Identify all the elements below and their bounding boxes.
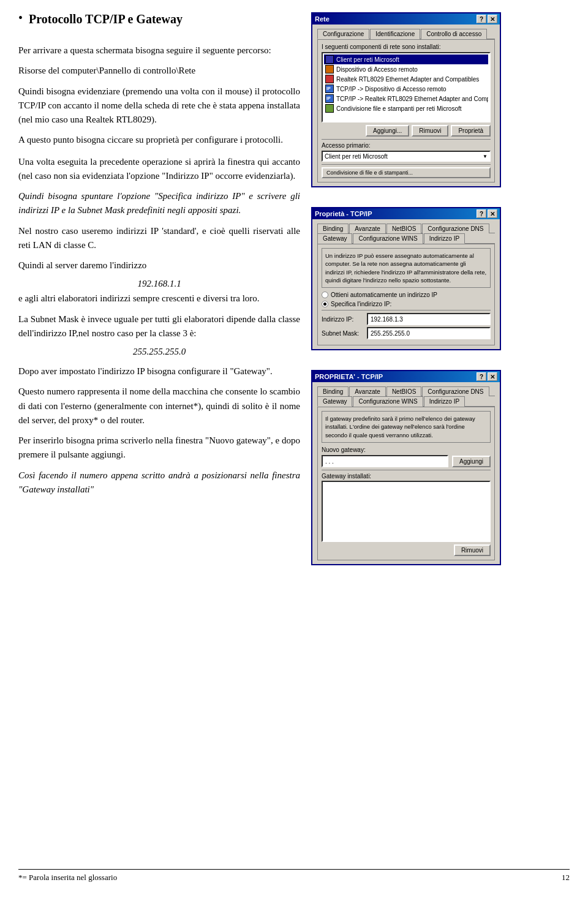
rete-close-button[interactable]: ✕ — [488, 15, 497, 23]
tab-binding[interactable]: Binding — [317, 224, 349, 233]
para3-text: Quindi bisogna spuntare l'opzione "Speci… — [18, 189, 300, 218]
realtek-icon — [325, 75, 334, 83]
tab-conf-dns[interactable]: Configurazione DNS — [422, 224, 489, 233]
para4-text: Nel nostro caso useremo indirizzi IP 'st… — [18, 224, 300, 253]
accesso-dropdown[interactable]: Client per reti Microsoft ▼ — [322, 151, 491, 162]
prop-tab-gateway[interactable]: Gateway — [317, 396, 352, 407]
list-label: I seguenti componenti di rete sono insta… — [322, 43, 491, 50]
tab-identificazione[interactable]: Identificazione — [370, 29, 420, 39]
accesso-value: Client per reti Microsoft — [325, 153, 388, 160]
tcpip-dialog: Proprietà - TCP/IP ? ✕ Binding Avanzate … — [311, 207, 501, 350]
prop-tab-netbios[interactable]: NetBIOS — [386, 386, 421, 396]
ip-textbox[interactable]: 192.168.1.3 — [367, 313, 491, 325]
condivisione-button[interactable]: Condivisione di file e di stampanti... — [322, 167, 491, 178]
list-item-2[interactable]: Realtek RTL8029 Ethernet Adapter and Com… — [324, 74, 488, 84]
subnet-value: 255.255.255.0 — [18, 347, 300, 357]
para7-text: La Subnet Mask è invece uguale per tutti… — [18, 312, 300, 341]
rete-tabs: Configurazione Identificazione Controllo… — [317, 28, 495, 39]
prop-description: Il gateway predefinito sarà il primo nel… — [322, 411, 491, 443]
para11-text: Così facendo il numero appena scritto an… — [18, 469, 300, 497]
prop-tab-binding[interactable]: Binding — [317, 386, 349, 396]
page-title: Protocollo TCP/IP e Gateway — [29, 12, 183, 26]
aggiungi-gw-button[interactable]: Aggiungi — [452, 456, 491, 467]
tab-avanzate[interactable]: Avanzate — [349, 224, 386, 233]
nuovo-gateway-value: . . . — [325, 458, 334, 465]
rete-dialog: Rete ? ✕ Configurazione Identificazione … — [311, 12, 501, 187]
prop-tab-conf-wins[interactable]: Configurazione WINS — [353, 396, 423, 407]
tcpip-body: Binding Avanzate NetBIOS Configurazione … — [312, 219, 500, 349]
main-content: • Protocollo TCP/IP e Gateway Per arriva… — [18, 12, 570, 857]
tab-gateway[interactable]: Gateway — [317, 233, 352, 244]
list-item-1[interactable]: Dispositivo di Accesso remoto — [324, 64, 488, 74]
rete-help-button[interactable]: ? — [477, 15, 486, 23]
tcpip-titlebar-buttons: ? ✕ — [477, 209, 497, 218]
radio-auto-label: Ottieni automaticamente un indirizzo IP — [331, 292, 437, 298]
prop-sep — [322, 470, 491, 470]
tcpip-titlebar: Proprietà - TCP/IP ? ✕ — [312, 208, 500, 219]
tcpip-tabs-row2: Gateway Configurazione WINS Indirizzo IP — [317, 233, 495, 244]
tab-configurazione[interactable]: Configurazione — [317, 29, 369, 39]
prop-tab-avanzate[interactable]: Avanzate — [349, 386, 386, 396]
list-item-5[interactable]: Condivisione file e stampanti per reti M… — [324, 103, 488, 113]
proprieta-titlebar: PROPRIETA' - TCP/IP ? ✕ — [312, 371, 500, 382]
gateway-installati-listbox[interactable] — [322, 481, 491, 542]
heading-bullet: • Protocollo TCP/IP e Gateway — [18, 12, 300, 35]
nuovo-gateway-textbox[interactable]: . . . — [322, 455, 448, 467]
prop-tab-conf-dns[interactable]: Configurazione DNS — [422, 386, 489, 396]
para2-text: Una volta eseguita la precedente operazi… — [18, 155, 300, 184]
step1-text: Quindi bisogna evidenziare (premendo una… — [18, 85, 300, 127]
list-item-0[interactable]: Client per reti Microsoft — [324, 55, 488, 64]
aggiungi-button[interactable]: Aggiungi... — [366, 125, 409, 137]
separator1 — [322, 139, 491, 140]
tcpip2-icon: IP — [325, 94, 334, 103]
rete-titlebar: Rete ? ✕ — [312, 13, 500, 24]
prop-close-button[interactable]: ✕ — [488, 372, 497, 381]
prop-tab-indirizzo-ip[interactable]: Indirizzo IP — [424, 396, 465, 407]
para5-text: Quindi al server daremo l'indirizzo — [18, 258, 300, 273]
proprieta-panel: Il gateway predefinito sarà il primo nel… — [317, 407, 495, 560]
tab-indirizzo-ip[interactable]: Indirizzo IP — [424, 233, 465, 244]
proprieta-titlebar-buttons: ? ✕ — [477, 372, 497, 381]
para10-text: Per inserirlo bisogna prima scriverlo ne… — [18, 434, 300, 462]
tab-conf-wins[interactable]: Configurazione WINS — [353, 233, 423, 244]
rimuovi-button[interactable]: Rimuovi — [412, 125, 448, 137]
proprieta-dialog: PROPRIETA' - TCP/IP ? ✕ Binding Avanzate… — [311, 370, 501, 565]
list-item-3[interactable]: IP TCP/IP -> Dispositivo di Accesso remo… — [324, 84, 488, 94]
step2-text: A questo punto bisogna ciccare su propri… — [18, 133, 300, 147]
prop-tabs-row2: Gateway Configurazione WINS Indirizzo IP — [317, 396, 495, 407]
tab-controllo[interactable]: Controllo di accesso — [421, 29, 487, 39]
ip-field-row: Indirizzo IP: 192.168.1.3 — [322, 313, 491, 325]
rete-btn-row: Aggiungi... Rimuovi Proprietà — [322, 125, 491, 137]
right-column: Rete ? ✕ Configurazione Identificazione … — [311, 12, 570, 857]
subnet-textbox[interactable]: 255.255.255.0 — [367, 327, 491, 339]
radio-specifica-row: Specifica l'indirizzo IP: — [322, 301, 491, 307]
nuovo-gateway-input-row: . . . Aggiungi — [322, 455, 491, 467]
tab-netbios[interactable]: NetBIOS — [386, 224, 421, 233]
bullet-dot: • — [18, 11, 23, 25]
ip-value: 192.168.1.3 — [371, 316, 403, 323]
proprieta-title: PROPRIETA' - TCP/IP — [315, 373, 383, 380]
tcpip-description: Un indirizzo IP può essere assegnato aut… — [322, 248, 491, 288]
proprieta-button[interactable]: Proprietà — [451, 125, 491, 137]
accesso-label: Accesso primario: — [322, 142, 491, 149]
list-item-4[interactable]: IP TCP/IP -> Realtek RTL8029 Ethernet Ad… — [324, 94, 488, 103]
para9-text: Questo numero rappresenta il nome della … — [18, 385, 300, 427]
nuovo-gateway-row: Nuovo gateway: — [322, 446, 491, 453]
subnet-label: Subnet Mask: — [322, 330, 364, 337]
component-listbox[interactable]: Client per reti Microsoft Dispositivo di… — [322, 52, 491, 122]
intro-text: Per arrivare a questa schermata bisogna … — [18, 43, 300, 58]
dropdown-arrow-icon: ▼ — [483, 154, 488, 159]
prop-help-button[interactable]: ? — [477, 372, 486, 381]
tcpip1-icon: IP — [325, 85, 334, 93]
rimuovi-gw-button[interactable]: Rimuovi — [454, 544, 491, 556]
page-footer: *= Parola inserita nel glossario 12 — [18, 869, 570, 883]
tcpip-help-button[interactable]: ? — [477, 209, 486, 218]
tcpip-close-button[interactable]: ✕ — [488, 209, 497, 218]
prop-tabs-row1: Binding Avanzate NetBIOS Configurazione … — [317, 386, 495, 396]
radio-specifica[interactable] — [322, 301, 328, 307]
radio-specifica-label: Specifica l'indirizzo IP: — [331, 301, 391, 307]
share-icon — [325, 104, 334, 113]
tcpip-tabs-row1: Binding Avanzate NetBIOS Configurazione … — [317, 223, 495, 233]
radio-auto[interactable] — [322, 292, 328, 298]
path-text: Risorse del computer\Pannello di control… — [18, 64, 300, 78]
